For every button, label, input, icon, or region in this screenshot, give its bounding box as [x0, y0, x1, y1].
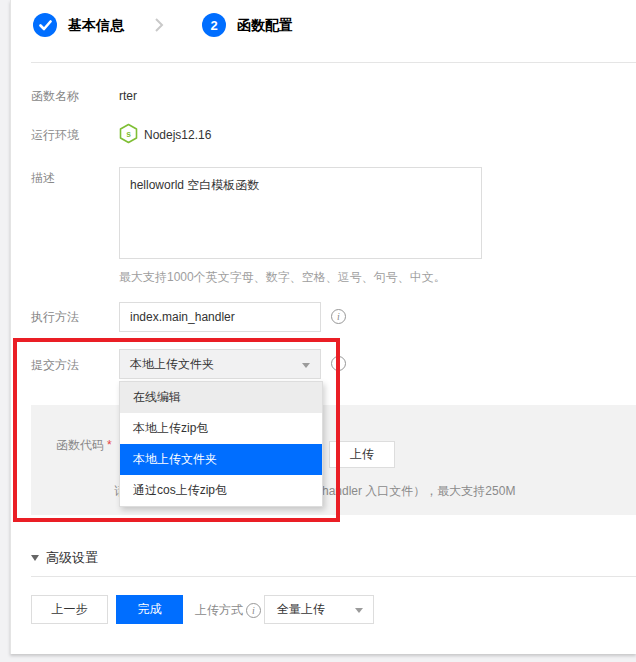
- upload-mode-info-icon[interactable]: [246, 603, 261, 618]
- upload-mode-group: 上传方式: [195, 602, 261, 619]
- step2-label: 函数配置: [237, 13, 293, 37]
- function-config-panel: 基本信息 2 函数配置 函数名称 rter 运行环境 s Nodejs12.16…: [10, 0, 636, 654]
- submit-method-dropdown: 在线编辑 本地上传zip包 本地上传文件夹 通过cos上传zip包: [119, 381, 323, 507]
- handler-label: 执行方法: [31, 309, 79, 325]
- step1-done-circle[interactable]: [33, 13, 57, 37]
- description-textarea[interactable]: helloworld 空白模板函数: [119, 167, 482, 259]
- upload-button[interactable]: 上传: [329, 441, 395, 468]
- dropdown-option-online-edit[interactable]: 在线编辑: [120, 382, 322, 413]
- submit-method-select[interactable]: 本地上传文件夹: [119, 349, 321, 379]
- description-label: 描述: [31, 170, 55, 186]
- submit-method-info-icon[interactable]: [331, 356, 346, 371]
- caret-down-icon: [355, 608, 363, 613]
- handler-input[interactable]: [119, 302, 321, 332]
- dropdown-option-local-zip[interactable]: 本地上传zip包: [120, 413, 322, 444]
- triangle-down-icon: [31, 555, 39, 561]
- function-code-label: 函数代码*: [56, 437, 112, 453]
- svg-text:s: s: [126, 129, 131, 139]
- handler-info-icon[interactable]: [331, 309, 346, 324]
- header-divider: [31, 62, 636, 63]
- caret-down-icon: [302, 363, 310, 368]
- submit-method-label: 提交方法: [31, 357, 79, 373]
- code-note: handler 入口文件），最大支持250M: [322, 483, 515, 500]
- done-button[interactable]: 完成: [116, 595, 183, 624]
- upload-mode-label: 上传方式: [195, 602, 243, 619]
- step2-number: 2: [210, 18, 217, 33]
- check-icon: [39, 20, 52, 31]
- dropdown-option-cos-zip[interactable]: 通过cos上传zip包: [120, 475, 322, 506]
- upload-mode-select[interactable]: 全量上传: [264, 595, 374, 624]
- footer-divider: [31, 576, 636, 577]
- step2-circle: 2: [202, 13, 226, 37]
- description-hint: 最大支持1000个英文字母、数字、空格、逗号、句号、中文。: [119, 269, 446, 286]
- chevron-right-icon: [154, 17, 164, 33]
- advanced-settings-toggle[interactable]: 高级设置: [31, 549, 98, 567]
- advanced-settings-label: 高级设置: [46, 549, 98, 567]
- upload-mode-value: 全量上传: [277, 602, 325, 616]
- required-asterisk: *: [107, 438, 112, 452]
- function-name-value: rter: [119, 88, 137, 104]
- step1-label[interactable]: 基本信息: [68, 13, 124, 37]
- previous-step-button[interactable]: 上一步: [31, 595, 108, 624]
- function-name-label: 函数名称: [31, 88, 79, 104]
- runtime-value: Nodejs12.16: [144, 127, 211, 143]
- runtime-label: 运行环境: [31, 127, 79, 143]
- nodejs-icon: s: [119, 123, 138, 144]
- dropdown-option-local-folder[interactable]: 本地上传文件夹: [120, 444, 322, 475]
- submit-method-value: 本地上传文件夹: [130, 357, 214, 371]
